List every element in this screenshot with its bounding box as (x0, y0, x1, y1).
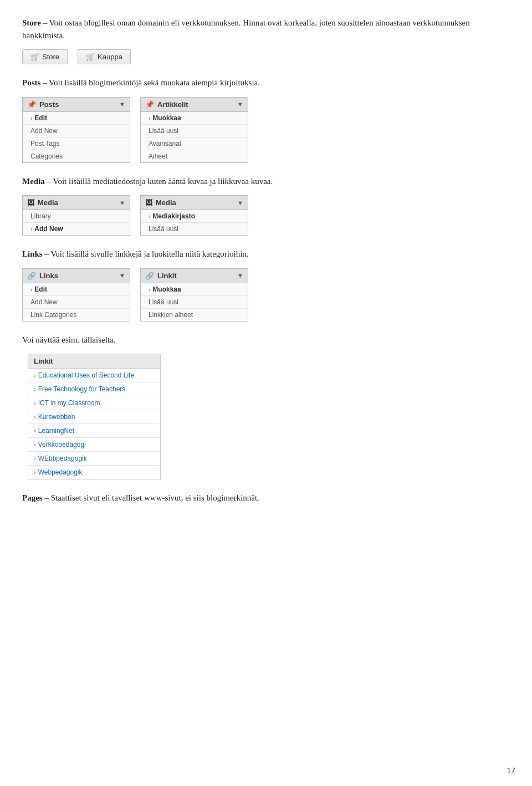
posts-en-item-3[interactable]: Categories (23, 150, 130, 162)
posts-fi-item-2[interactable]: Avainsanat (141, 137, 248, 150)
media-en-arrow: ▼ (119, 200, 125, 206)
posts-label: Posts (22, 78, 40, 87)
linkit-item-4[interactable]: ›LearningNet (28, 424, 160, 438)
media-fi-item-0[interactable]: ›Mediakirjasto (141, 210, 248, 223)
li-chevron-icon-3: › (34, 414, 36, 420)
media-section: Media – Voit lisäillä mediatiedostoja ku… (22, 175, 510, 236)
media-menu-en-header: 🖼 Media ▼ (23, 196, 130, 210)
chevron-icon: › (30, 115, 32, 121)
pages-intro: Pages – Staattiset sivut eli tavalliset … (22, 492, 510, 504)
links-menu-en-header: 🔗 Links ▼ (23, 269, 130, 283)
posts-intro: Posts – Voit lisäillä blogimerkintöjä se… (22, 76, 510, 89)
linkit-widget: Linkit ›Educational Uses of Second Life … (28, 354, 161, 479)
posts-menu-en-header: 📌 Posts ▼ (23, 98, 130, 112)
linkit-item-1[interactable]: ›Free Technology for Teachers (28, 382, 160, 396)
posts-menu-fi-header: 📌 Artikkelit ▼ (141, 98, 248, 112)
store-btn-fi[interactable]: 🛒 Kauppa (78, 49, 131, 64)
pages-label: Pages (22, 493, 43, 502)
posts-en-item-2[interactable]: Post Tags (23, 137, 130, 150)
li-chevron-icon-4: › (34, 427, 36, 434)
posts-en-arrow: ▼ (119, 101, 125, 108)
media-desc: – Voit lisäillä mediatiedostoja kuten ää… (45, 177, 273, 186)
media-icon-en: 🖼 (27, 198, 34, 207)
store-intro: Store – Voit ostaa blogillesi oman domai… (22, 17, 510, 42)
store-buttons-row: 🛒 Store 🛒 Kauppa (22, 49, 510, 64)
links-desc: – Voit lisäillä sivulle linkkejä ja luok… (43, 249, 249, 258)
media-label: Media (22, 177, 45, 186)
links-en-item-1[interactable]: Add New (23, 296, 130, 309)
link-icon-en: 🔗 (27, 272, 36, 280)
linkit-item-0[interactable]: ›Educational Uses of Second Life (28, 369, 160, 382)
links-en-item-0[interactable]: ›Edit (23, 283, 130, 296)
links-section: Links – Voit lisäillä sivulle linkkejä j… (22, 248, 510, 321)
linkit-note: Voi näyttää esim. tällaiselta. (22, 334, 510, 346)
media-fi-header-label: Media (156, 198, 176, 207)
links-fi-item-0[interactable]: ›Muokkaa (141, 283, 248, 296)
linkit-item-7[interactable]: ›Webpedagogik (28, 466, 160, 479)
store-label: Store (22, 18, 41, 27)
link-icon-fi: 🔗 (145, 272, 154, 280)
pages-section: Pages – Staattiset sivut eli tavalliset … (22, 492, 510, 504)
posts-fi-header-label: Artikkelit (157, 100, 188, 109)
media-fi-item-1[interactable]: Lisää uusi (141, 223, 248, 235)
linkit-preview-section: Voi näyttää esim. tällaiselta. Linkit ›E… (22, 334, 510, 480)
posts-fi-arrow: ▼ (237, 101, 243, 108)
posts-fi-item-3[interactable]: Aiheet (141, 150, 248, 162)
posts-menu-en: 📌 Posts ▼ ›Edit Add New Post Tags Catego… (22, 97, 130, 163)
posts-en-item-1[interactable]: Add New (23, 125, 130, 137)
pushpin-icon-fi: 📌 (145, 100, 154, 109)
links-fi-item-1[interactable]: Lisää uusi (141, 296, 248, 309)
chevron-icon: › (30, 226, 32, 232)
media-menu-fi-header: 🖼 Media ▼ (141, 196, 248, 210)
linkit-item-3[interactable]: ›Kurswebben (28, 410, 160, 424)
page-number: 17 (507, 766, 515, 775)
cart-icon-fi: 🛒 (86, 53, 95, 61)
posts-desc: – Voit lisäillä blogimerkintöjä sekä muo… (40, 78, 260, 87)
media-en-item-1[interactable]: ›Add New (23, 223, 130, 235)
media-menu-fi: 🖼 Media ▼ ›Mediakirjasto Lisää uusi (140, 195, 248, 236)
media-en-item-0[interactable]: Library (23, 210, 130, 223)
links-menu-fi: 🔗 Linkit ▼ ›Muokkaa Lisää uusi Linkkien … (140, 268, 248, 321)
media-menus-row: 🖼 Media ▼ Library ›Add New 🖼 Media ▼ ›Me… (22, 195, 510, 236)
posts-fi-item-1[interactable]: Lisää uusi (141, 125, 248, 137)
chevron-icon: › (149, 115, 150, 121)
posts-fi-item-0[interactable]: ›Muokkaa (141, 112, 248, 125)
linkit-item-6[interactable]: ›WEbbpedagogik (28, 452, 160, 466)
media-intro: Media – Voit lisäillä mediatiedostoja ku… (22, 175, 510, 188)
links-menus-row: 🔗 Links ▼ ›Edit Add New Link Categories … (22, 268, 510, 321)
posts-en-header-label: Posts (39, 100, 59, 109)
media-menu-en: 🖼 Media ▼ Library ›Add New (22, 195, 130, 236)
chevron-icon: › (30, 287, 32, 293)
media-en-header-label: Media (38, 198, 58, 207)
linkit-widget-header: Linkit (28, 354, 160, 369)
pushpin-icon-en: 📌 (27, 100, 36, 109)
links-en-arrow: ▼ (119, 272, 125, 279)
store-btn-en-label: Store (42, 53, 59, 61)
li-chevron-icon-7: › (34, 469, 36, 476)
linkit-item-5[interactable]: ›Verkkopedagogi (28, 438, 160, 452)
posts-section: Posts – Voit lisäillä blogimerkintöjä se… (22, 76, 510, 163)
li-chevron-icon-6: › (34, 455, 36, 462)
li-chevron-icon-5: › (34, 441, 36, 448)
links-en-item-2[interactable]: Link Categories (23, 309, 130, 321)
media-icon-fi: 🖼 (145, 198, 152, 207)
links-en-header-label: Links (39, 272, 58, 280)
li-chevron-icon-1: › (34, 386, 36, 392)
store-btn-en[interactable]: 🛒 Store (22, 49, 68, 64)
chevron-icon: › (149, 213, 150, 220)
posts-menus-row: 📌 Posts ▼ ›Edit Add New Post Tags Catego… (22, 97, 510, 163)
li-chevron-icon-2: › (34, 400, 36, 406)
pages-desc: – Staattiset sivut eli tavalliset www-si… (43, 493, 259, 502)
store-section: Store – Voit ostaa blogillesi oman domai… (22, 17, 510, 64)
posts-en-item-0[interactable]: ›Edit (23, 112, 130, 125)
li-chevron-icon-0: › (34, 372, 36, 379)
posts-menu-fi: 📌 Artikkelit ▼ ›Muokkaa Lisää uusi Avain… (140, 97, 248, 163)
store-desc: – Voit ostaa blogillesi oman domainin el… (22, 18, 470, 40)
linkit-item-2[interactable]: ›ICT in my Classroom (28, 396, 160, 410)
links-fi-header-label: Linkit (157, 272, 177, 280)
links-fi-item-2[interactable]: Linkkien aiheet (141, 309, 248, 321)
links-menu-en: 🔗 Links ▼ ›Edit Add New Link Categories (22, 268, 130, 321)
links-fi-arrow: ▼ (237, 272, 243, 279)
chevron-icon: › (149, 287, 150, 293)
store-btn-fi-label: Kauppa (98, 53, 122, 61)
